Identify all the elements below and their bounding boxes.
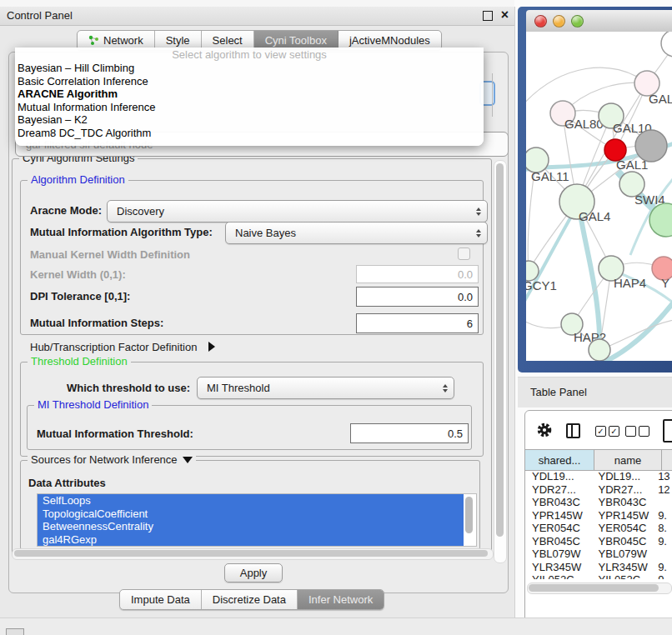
- group-border-fragment: [492, 73, 493, 117]
- table-cell: 9.: [655, 509, 672, 522]
- algorithm-option[interactable]: ARACNE Algorithm: [15, 88, 484, 101]
- table-cell: YBR043C: [525, 496, 594, 509]
- minimized-panel-icon[interactable]: [6, 628, 24, 635]
- collapse-arrow-icon[interactable]: [183, 457, 193, 463]
- dpi-tolerance-field[interactable]: 0.0: [356, 287, 479, 307]
- aracne-mode-label: Aracne Mode:: [30, 204, 102, 217]
- mi-type-combo[interactable]: Naive Bayes: [225, 222, 488, 244]
- node-label: GAL: [649, 92, 672, 106]
- screen: Control Panel × NetworkStyleSelectCyni T…: [0, 0, 672, 635]
- close-panel-icon[interactable]: ×: [501, 8, 509, 22]
- table-cell: YBR043C: [594, 496, 656, 509]
- table-cell: YPR145W: [525, 509, 594, 522]
- minimize-button[interactable]: [553, 15, 565, 28]
- sources-legend-text: Sources for Network Inference: [31, 453, 178, 466]
- expand-arrow-icon[interactable]: [208, 342, 215, 352]
- mi-threshold-value: 0.5: [448, 428, 463, 440]
- export-table-icon[interactable]: [663, 419, 672, 442]
- network-node[interactable]: [661, 32, 672, 57]
- hub-section-label[interactable]: Hub/Transcription Factor Definition: [30, 341, 215, 353]
- network-graph: GALGAL80GAL10GAL1GAL11SWI4GAL4GCY1HAP4YH…: [526, 32, 672, 361]
- tab-discretize-data[interactable]: Discretize Data: [202, 590, 298, 609]
- table-row[interactable]: YBL079WYBL079W: [525, 548, 672, 561]
- network-node[interactable]: [635, 130, 667, 162]
- network-node[interactable]: [589, 339, 610, 361]
- table-cell: 9.: [655, 535, 672, 548]
- algorithm-option[interactable]: Mutual Information Inference: [15, 101, 484, 114]
- network-icon: [88, 35, 99, 46]
- table-row[interactable]: YDR27...YDR27...12: [525, 483, 672, 497]
- attribute-item[interactable]: BetweennessCentrality: [38, 520, 464, 533]
- mi-threshold-legend: MI Threshold Definition: [34, 398, 152, 411]
- table-cell: YDL19...: [594, 470, 656, 483]
- tab-label: Discretize Data: [213, 593, 286, 606]
- table-cell: 8.: [655, 522, 672, 535]
- aracne-mode-combo[interactable]: Discovery: [107, 200, 488, 222]
- algorithm-option[interactable]: Bayesian – K2: [15, 113, 484, 127]
- algorithm-option[interactable]: Dream8 DC_TDC Algorithm: [15, 127, 484, 140]
- column-header-partial[interactable]: [662, 450, 672, 470]
- settings-gear-icon[interactable]: [536, 422, 553, 438]
- sources-legend[interactable]: Sources for Network Inference: [28, 453, 196, 466]
- kernel-width-field: 0.0: [356, 265, 479, 283]
- table-hscrollbar-thumb[interactable]: [529, 584, 659, 592]
- which-threshold-value: MI Threshold: [207, 382, 270, 394]
- table-body[interactable]: YDL19...YDL19...13YDR27...YDR27...12YBR0…: [525, 470, 672, 579]
- control-panel-titlebar[interactable]: Control Panel ×: [0, 7, 514, 26]
- combo-spinner-icon: [476, 222, 481, 243]
- float-panel-icon[interactable]: [483, 11, 493, 21]
- table-row[interactable]: YER054CYER054C8.: [525, 522, 672, 535]
- status-strip: [0, 618, 672, 635]
- mi-steps-field[interactable]: 6: [356, 313, 479, 333]
- apply-button[interactable]: Apply: [224, 563, 283, 582]
- which-threshold-label: Which threshold to use:: [67, 382, 190, 394]
- table-row[interactable]: YBR045CYBR045C9.: [525, 535, 672, 548]
- table-row[interactable]: YIL052CYIL052C9: [525, 573, 672, 579]
- table-row[interactable]: YPR145WYPR145W9.: [525, 509, 672, 522]
- attributes-scrollbar-thumb[interactable]: [465, 497, 473, 533]
- table-row[interactable]: YBR043CYBR043C: [525, 496, 672, 509]
- tab-impute-data[interactable]: Impute Data: [120, 590, 202, 609]
- table-cell: YPR145W: [594, 509, 656, 522]
- table-cell: 13: [655, 470, 672, 483]
- dpi-tolerance-value: 0.0: [458, 291, 473, 303]
- settings-vscrollbar-thumb[interactable]: [496, 163, 504, 537]
- table-row[interactable]: YDL19...YDL19...13: [525, 470, 672, 483]
- kernel-width-value: 0.0: [458, 268, 473, 281]
- control-panel-window: Control Panel × NetworkStyleSelectCyni T…: [0, 7, 515, 618]
- network-canvas[interactable]: GALGAL80GAL10GAL1GAL11SWI4GAL4GCY1HAP4YH…: [526, 32, 672, 361]
- hub-section-text: Hub/Transcription Factor Definition: [30, 341, 197, 353]
- attribute-item[interactable]: gal4RGexp: [38, 533, 464, 547]
- which-threshold-combo[interactable]: MI Threshold: [197, 377, 454, 399]
- table-cell: YER054C: [525, 522, 594, 535]
- algorithm-option[interactable]: Bayesian – Hill Climbing: [15, 62, 484, 75]
- algorithm-option[interactable]: Basic Correlation Inference: [15, 75, 484, 88]
- mi-threshold-field[interactable]: 0.5: [350, 423, 469, 443]
- deselect-checkboxes-icon[interactable]: [625, 426, 649, 437]
- aracne-mode-value: Discovery: [117, 205, 164, 218]
- select-checkboxes-icon[interactable]: ✓✓: [595, 426, 619, 437]
- zoom-button[interactable]: [571, 15, 584, 28]
- node-label: GCY1: [526, 278, 557, 292]
- combo-spinner-icon: [476, 201, 481, 222]
- close-button[interactable]: [534, 15, 547, 28]
- attribute-item[interactable]: SelfLoops: [38, 494, 464, 508]
- column-header-name[interactable]: name: [594, 450, 662, 470]
- table-cell: YBL079W: [525, 548, 594, 561]
- split-columns-icon[interactable]: [566, 423, 580, 438]
- node-label: GAL4: [579, 209, 610, 223]
- table-column-headers: shared... name: [525, 449, 672, 471]
- attribute-item[interactable]: TopologicalCoefficient: [38, 508, 464, 521]
- tab-infer-network[interactable]: Infer Network: [298, 590, 384, 609]
- manual-kernel-checkbox[interactable]: [458, 248, 470, 260]
- network-window-titlebar[interactable]: [526, 10, 672, 32]
- mi-threshold-label: Mutual Information Threshold:: [37, 428, 193, 440]
- settings-hscrollbar-thumb[interactable]: [14, 550, 488, 557]
- tab-label: Style: [166, 34, 190, 47]
- mi-type-label: Mutual Information Algorithm Type:: [30, 226, 213, 238]
- column-header-shared-name[interactable]: shared...: [525, 450, 594, 470]
- data-attributes-list[interactable]: SelfLoopsTopologicalCoefficientBetweenne…: [37, 493, 477, 547]
- tab-label: Cyni Toolbox: [265, 34, 327, 47]
- table-row[interactable]: YLR345WYLR345W9.: [525, 561, 672, 574]
- table-cell: YDR27...: [594, 483, 656, 497]
